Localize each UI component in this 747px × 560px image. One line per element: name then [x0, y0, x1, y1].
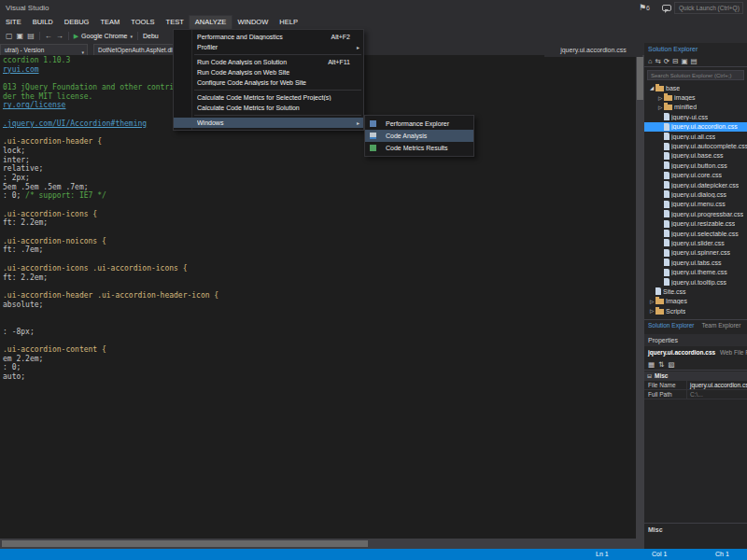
tree-item-scripts[interactable]: ▷Scripts: [644, 306, 747, 315]
properties-object-dropdown[interactable]: jquery.ui.accordion.css Web File Propert…: [644, 346, 747, 358]
code-line: [3, 309, 636, 318]
menu-item-build[interactable]: BUILD: [27, 16, 59, 29]
expand-arrow-icon[interactable]: ▷: [656, 95, 664, 101]
properties-icon[interactable]: ▤: [691, 57, 698, 65]
solution-configuration-dropdown[interactable]: Debu: [143, 33, 159, 39]
tree-item-jquery-ui-slider-css[interactable]: jquery.ui.slider.css: [644, 238, 747, 247]
menu-item-label: Run Code Analysis on Web Site: [197, 69, 350, 76]
navigate-forward-icon[interactable]: →: [56, 32, 63, 40]
tree-item-jquery-ui-accordion-css[interactable]: jquery.ui.accordion.css: [644, 122, 747, 132]
properties-rows: File Namejquery.ui.accordion.cssFull Pat…: [644, 381, 747, 399]
menu-separator: [194, 54, 361, 55]
editor-vertical-scrollbar[interactable]: [636, 55, 644, 549]
tree-item-minified[interactable]: ▷minified: [644, 103, 747, 112]
solution-explorer-title: Solution Explorer: [644, 43, 747, 55]
menu-item-windows[interactable]: Windows▸: [174, 118, 363, 128]
css-file-icon: [664, 230, 669, 237]
tree-item-jquery-ui-datepicker-css[interactable]: jquery.ui.datepicker.css: [644, 180, 747, 189]
quick-launch-box[interactable]: Quick Launch (Ctrl+Q): [674, 2, 743, 14]
property-pages-icon[interactable]: ▧: [668, 360, 674, 369]
tree-item-jquery-ui-dialog-css[interactable]: jquery.ui.dialog.css: [644, 189, 747, 199]
tab-team-explorer[interactable]: Team Explorer: [698, 320, 745, 331]
menu-item-team[interactable]: TEAM: [94, 16, 125, 29]
home-icon[interactable]: ⌂: [648, 57, 653, 65]
horizontal-scrollbar-thumb[interactable]: [2, 540, 368, 547]
menu-item-window[interactable]: WINDOW: [232, 16, 274, 29]
menu-item-profiler[interactable]: Profiler▸: [174, 42, 363, 52]
css-file-icon: [664, 152, 669, 160]
tree-item-label: jquery.ui.datepicker.css: [671, 182, 739, 189]
tree-item-jquery-ui-progressbar-css[interactable]: jquery.ui.progressbar.css: [644, 209, 747, 218]
tree-item-jquery-ui-spinner-css[interactable]: jquery.ui.spinner.css: [644, 248, 747, 258]
tree-item-jquery-ui-all-css[interactable]: jquery.ui.all.css: [644, 132, 747, 141]
tree-item-jquery-ui-core-css[interactable]: jquery.ui.core.css: [644, 171, 747, 180]
submenu-item-code-analysis[interactable]: Code Analysis: [365, 130, 473, 142]
refresh-icon[interactable]: ⟳: [664, 57, 669, 65]
notifications-flag-icon[interactable]: ⚑6: [639, 3, 650, 12]
tree-item-jquery-ui-base-css[interactable]: jquery.ui.base.css: [644, 151, 747, 161]
save-icon[interactable]: ▤: [27, 32, 35, 40]
tree-item-site-css[interactable]: Site.css: [644, 287, 747, 296]
menu-item-run-code-analysis-on-solution[interactable]: Run Code Analysis on SolutionAlt+F11: [174, 57, 363, 67]
menu-item-performance-and-diagnostics[interactable]: Performance and DiagnosticsAlt+F2: [174, 32, 363, 42]
menu-item-configure-code-analysis-for-web-site[interactable]: Configure Code Analysis for Web Site: [174, 77, 363, 88]
menu-item-analyze[interactable]: ANALYZE: [190, 16, 233, 29]
menu-item-calculate-code-metrics-for-selected-project-s[interactable]: Calculate Code Metrics for Selected Proj…: [174, 92, 363, 103]
css-file-icon: [664, 278, 669, 286]
expand-arrow-icon[interactable]: ▷: [648, 308, 655, 314]
tree-item-images[interactable]: ▷Images: [644, 297, 747, 306]
document-tab-accordion-css[interactable]: jquery.ui.accordion.css: [544, 43, 642, 57]
tab-solution-explorer[interactable]: Solution Explorer: [644, 320, 698, 331]
vertical-scrollbar-thumb[interactable]: [637, 57, 643, 100]
tree-item-label: jquery-ui.css: [671, 114, 708, 120]
expand-arrow-icon[interactable]: ▷: [648, 299, 655, 304]
menu-item-debug[interactable]: DEBUG: [59, 16, 95, 29]
tree-item-jquery-ui-tabs-css[interactable]: jquery.ui.tabs.css: [644, 258, 747, 267]
editor-horizontal-scrollbar[interactable]: [0, 539, 636, 549]
solution-explorer-search-input[interactable]: [647, 70, 744, 80]
solution-tree: ◢base▷images▷minifiedjquery-ui.cssjquery…: [644, 83, 747, 319]
browse-with-run-button[interactable]: ▶Google Chrome▾: [74, 33, 133, 40]
tree-item-jquery-ui-css[interactable]: jquery-ui.css: [644, 112, 747, 121]
tree-item-label: jquery.ui.tabs.css: [671, 259, 722, 266]
properties-category-row[interactable]: ⊟Misc: [644, 371, 747, 381]
tree-item-jquery-ui-button-css[interactable]: jquery.ui.button.css: [644, 161, 747, 170]
tree-item-base[interactable]: ◢base: [644, 83, 747, 92]
open-file-icon[interactable]: ▣: [17, 32, 24, 40]
property-row-file-name[interactable]: File Namejquery.ui.accordion.css: [644, 381, 747, 390]
menu-item-site[interactable]: SITE: [0, 16, 27, 29]
tree-item-jquery-ui-selectable-css[interactable]: jquery.ui.selectable.css: [644, 229, 747, 238]
show-all-files-icon[interactable]: ▣: [681, 57, 687, 65]
css-file-icon: [664, 239, 669, 246]
feedback-icon[interactable]: [662, 5, 671, 11]
expand-arrow-icon[interactable]: ▷: [656, 105, 664, 110]
tree-item-jquery-ui-menu-css[interactable]: jquery.ui.menu.css: [644, 200, 747, 209]
tree-item-jquery-ui-resizable-css[interactable]: jquery.ui.resizable.css: [644, 218, 747, 228]
collapse-arrow-icon[interactable]: ◢: [648, 85, 655, 91]
submenu-item-performance-explorer[interactable]: Performance Explorer: [365, 118, 473, 130]
alphabetical-icon[interactable]: ⇅: [658, 360, 664, 369]
submenu-item-code-metrics-results[interactable]: Code Metrics Results: [365, 142, 473, 154]
css-file-icon: [655, 287, 661, 295]
menu-item-test[interactable]: TEST: [161, 16, 190, 29]
property-row-full-path[interactable]: Full PathC:\...: [644, 390, 747, 399]
menu-item-help[interactable]: HELP: [274, 16, 303, 29]
tree-item-label: Scripts: [666, 308, 685, 315]
tree-item-jquery-ui-autocomplete-css[interactable]: jquery.ui.autocomplete.css: [644, 141, 747, 150]
tree-item-jquery-ui-theme-css[interactable]: jquery.ui.theme.css: [644, 267, 747, 276]
status-column-number: Col 1: [652, 549, 667, 560]
tree-item-images[interactable]: ▷images: [644, 92, 747, 102]
sync-with-active-document-icon[interactable]: ⇆: [655, 57, 661, 65]
tree-item-label: jquery.ui.core.css: [671, 172, 722, 178]
tree-item-label: Images: [666, 298, 687, 304]
menu-item-run-code-analysis-on-web-site[interactable]: Run Code Analysis on Web Site: [174, 67, 363, 77]
menu-item-calculate-code-metrics-for-solution[interactable]: Calculate Code Metrics for Solution: [174, 103, 363, 113]
new-file-icon[interactable]: ▢: [6, 32, 13, 40]
collapse-all-icon[interactable]: ⊟: [672, 57, 678, 65]
tree-item-jquery-ui-tooltip-css[interactable]: jquery.ui.tooltip.css: [644, 277, 747, 287]
code-line: inter;: [3, 156, 636, 165]
navigate-back-icon[interactable]: ←: [45, 32, 52, 40]
categorized-icon[interactable]: ▦: [648, 360, 655, 369]
menu-item-tools[interactable]: TOOLS: [125, 16, 160, 29]
tree-item-label: jquery.ui.accordion.css: [671, 123, 738, 130]
